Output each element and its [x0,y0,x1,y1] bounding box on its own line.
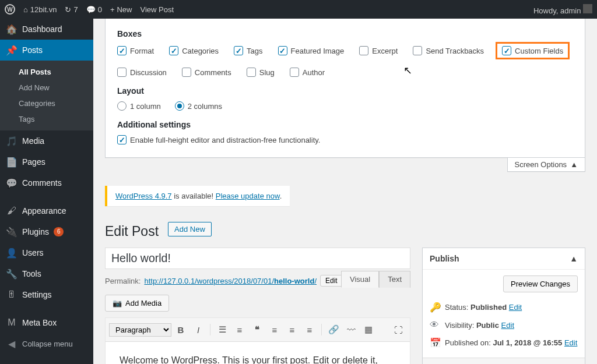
menu-plugins[interactable]: 🔌Plugins 6 [0,221,93,242]
submenu-categories[interactable]: Categories [0,96,93,111]
checkbox-author[interactable]: Author [290,68,325,77]
view-post-link[interactable]: View Post [140,5,174,14]
screen-options-toggle[interactable]: Screen Options ▲ [507,158,585,172]
plugins-icon: 🔌 [6,226,17,238]
checkbox-comments[interactable]: Comments [182,68,231,77]
checkbox-icon [182,68,191,77]
comments-link[interactable]: 💬 0 [86,5,102,14]
published-label: Published on: [445,338,493,347]
preview-button[interactable]: Preview Changes [503,275,578,292]
radio-2-columns[interactable]: 2 columns [175,101,222,111]
howdy-link[interactable]: Howdy, admin [533,4,592,15]
editor-body[interactable]: Welcome to WordPress. This is your first… [106,342,410,364]
publish-heading[interactable]: Publish▲ [423,248,585,270]
menu-settings[interactable]: 🎚Settings [0,284,93,305]
align-center-button[interactable]: ≡ [284,321,300,338]
checkbox-icon [278,46,287,55]
appearance-icon: 🖌 [6,205,17,217]
add-media-button[interactable]: 📷Add Media [105,295,169,312]
submenu-add-new[interactable]: Add New [0,80,93,96]
menu-users[interactable]: 👤Users [0,242,93,263]
menu-media[interactable]: 🎵Media [0,130,93,151]
post-title-input[interactable] [105,248,410,269]
toolbar-toggle-button[interactable]: ▦ [360,321,377,338]
checkbox-custom-fields-highlighted[interactable]: Custom Fields [496,42,570,59]
tools-icon: 🔧 [6,268,17,280]
chevron-up-icon: ▲ [570,160,578,169]
menu-comments[interactable]: 💬Comments [0,172,93,193]
nag-mid: is available! [172,192,216,200]
menu-label: Pages [22,157,45,167]
bullet-list-button[interactable]: ☰ [214,321,230,338]
eye-icon: 👁 [430,320,440,330]
dashboard-icon: 🏠 [6,23,17,35]
checkbox-categories[interactable]: Categories [169,44,219,57]
additional-checkbox[interactable]: Enable full-height editor and distractio… [117,135,573,144]
settings-icon: 🎚 [6,289,17,301]
checkbox-slug[interactable]: Slug [247,68,275,77]
checkbox-icon [117,135,127,144]
align-right-button[interactable]: ≡ [301,321,318,338]
bold-button[interactable]: B [173,321,189,338]
menu-dashboard[interactable]: 🏠Dashboard [0,19,93,40]
blockquote-button[interactable]: ❝ [249,321,265,338]
checkbox-format[interactable]: Format [117,44,154,57]
link-button[interactable]: 🔗 [325,321,342,338]
menu-pages[interactable]: 📄Pages [0,151,93,172]
edit-visibility-link[interactable]: Edit [501,321,514,330]
page-title: Edit Post [105,224,159,239]
italic-button[interactable]: I [190,321,206,338]
nag-dot: . [280,192,282,200]
checkbox-send-trackbacks[interactable]: Send Trackbacks [413,44,484,57]
menu-appearance[interactable]: 🖌Appearance [0,200,93,221]
edit-date-link[interactable]: Edit [564,338,577,347]
checkbox-featured-image[interactable]: Featured Image [278,44,345,57]
checkbox-icon [290,68,299,77]
permalink-link[interactable]: http://127.0.0.1/wordpress/2018/07/01/he… [144,277,317,285]
wp-logo-icon[interactable]: W [5,4,15,15]
new-link[interactable]: + New [110,5,132,14]
numbered-list-button[interactable]: ≡ [231,321,248,338]
metabox-icon: M [6,317,17,328]
update-nag: WordPress 4.9.7 is available! Please upd… [105,186,290,206]
more-button[interactable]: 〰 [343,321,359,338]
collapse-menu[interactable]: ◀Collapse menu [0,333,93,354]
checkbox-discussion[interactable]: Discussion [117,68,167,77]
calendar-icon: 📅 [430,337,440,348]
publish-box: Publish▲ Preview Changes 🔑Status: Publis… [422,248,585,364]
updates-count: 7 [73,5,78,14]
update-now-link[interactable]: Please update now [216,192,280,200]
menu-label: Plugins [22,227,49,236]
edit-status-link[interactable]: Edit [509,303,522,312]
content-area: Boxes FormatCategoriesTagsFeatured Image… [93,19,597,364]
tab-text[interactable]: Text [379,271,410,288]
menu-label: Settings [22,290,52,299]
site-link[interactable]: ⌂ 12bit.vn [23,5,57,14]
updates-link[interactable]: ↻ 7 [65,5,78,14]
fullscreen-button[interactable]: ⛶ [390,321,406,338]
checkbox-label: Categories [182,47,219,55]
radio-1-column[interactable]: 1 column [117,101,161,111]
menu-metabox[interactable]: MMeta Box [0,312,93,333]
users-icon: 👤 [6,247,17,259]
checkbox-icon [169,46,178,55]
checkbox-label: Format [130,47,154,55]
menu-label: Comments [22,178,62,188]
submenu-all-posts[interactable]: All Posts [0,64,93,80]
checkbox-tags[interactable]: Tags [234,44,262,57]
menu-tools[interactable]: 🔧Tools [0,263,93,284]
add-new-button[interactable]: Add New [168,222,212,236]
tab-visual[interactable]: Visual [341,271,379,288]
edit-slug-button[interactable]: Edit [320,275,343,287]
checkbox-label: Excerpt [372,47,398,55]
align-left-button[interactable]: ≡ [266,321,283,338]
menu-posts[interactable]: 📌Posts [0,40,93,61]
checkbox-excerpt[interactable]: Excerpt [359,44,398,57]
wp-version-link[interactable]: WordPress 4.9.7 [115,192,172,200]
format-select[interactable]: Paragraph [109,323,171,337]
menu-label: Dashboard [22,24,62,34]
key-icon: 🔑 [430,302,440,313]
status-label: Status: [445,303,470,312]
submenu-tags[interactable]: Tags [0,111,93,127]
menu-label: Media [22,136,44,146]
